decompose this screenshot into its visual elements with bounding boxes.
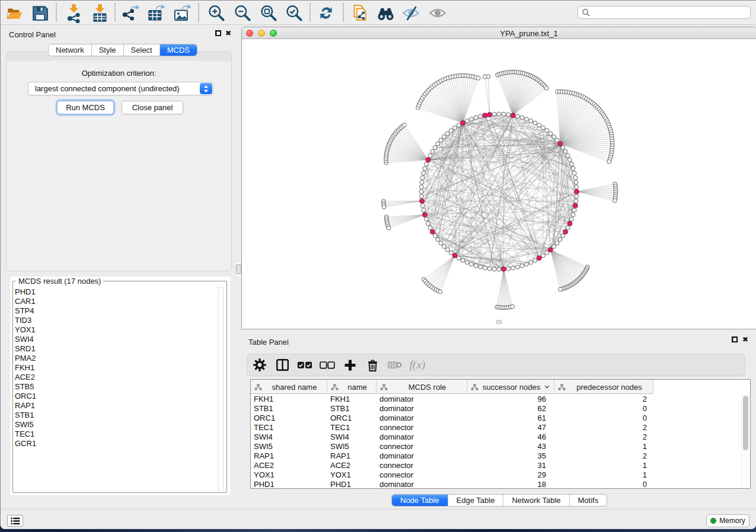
delete-table-button[interactable] bbox=[384, 356, 406, 374]
result-node[interactable]: ORC1 bbox=[14, 392, 217, 401]
main-toolbar bbox=[1, 1, 756, 25]
result-node[interactable]: PMA2 bbox=[14, 354, 217, 363]
cell-predecessor-nodes: 2 bbox=[554, 395, 647, 404]
cell-predecessor-nodes: 1 bbox=[554, 470, 647, 480]
mcds-result-list[interactable]: PHD1CAR1STP4TID3YOX1SWI4SRD1PMA2FKH1ACE2… bbox=[14, 287, 217, 491]
column-header-successor-nodes[interactable]: successor nodes bbox=[467, 380, 554, 394]
split-table-button[interactable] bbox=[271, 356, 294, 374]
find-button[interactable] bbox=[375, 3, 395, 23]
column-header-shared-name[interactable]: shared name bbox=[251, 380, 327, 394]
table-row[interactable]: TEC1TEC1connector472 bbox=[251, 423, 653, 432]
result-node[interactable]: ACE2 bbox=[14, 373, 217, 382]
clone-network-button[interactable] bbox=[350, 3, 370, 23]
close-panel-button[interactable]: Close panel bbox=[122, 101, 183, 114]
table-row[interactable]: YOX1YOX1connector291 bbox=[251, 470, 653, 480]
result-node[interactable]: STB1 bbox=[14, 411, 217, 420]
export-network-button[interactable] bbox=[120, 3, 141, 23]
add-column-button[interactable] bbox=[339, 356, 361, 374]
window-close-icon[interactable] bbox=[246, 30, 253, 37]
tab-network-table[interactable]: Network Table bbox=[503, 495, 569, 506]
zoom-fit-button[interactable] bbox=[258, 3, 278, 23]
cell-successor-nodes: 35 bbox=[467, 451, 546, 461]
horizontal-splitter-handle[interactable] bbox=[496, 320, 502, 324]
open-session-button[interactable] bbox=[5, 3, 25, 23]
table-row[interactable]: FKH1FKH1dominator962 bbox=[251, 395, 653, 404]
cell-shared-name: ORC1 bbox=[254, 414, 275, 423]
tab-edge-table[interactable]: Edge Table bbox=[448, 495, 504, 506]
attribute-icon bbox=[471, 384, 479, 390]
criterion-select[interactable]: largest connected component (undirected) bbox=[28, 82, 213, 95]
result-scrollbar[interactable] bbox=[218, 287, 224, 491]
result-node[interactable]: TEC1 bbox=[14, 430, 217, 439]
column-header-predecessor-nodes[interactable]: predecessor nodes bbox=[554, 380, 653, 394]
table-row[interactable]: STB1STB1dominator620 bbox=[251, 404, 653, 414]
cell-MCDS-role: dominator bbox=[379, 414, 414, 423]
show-all-button[interactable] bbox=[428, 3, 448, 23]
select-all-button[interactable] bbox=[294, 356, 316, 374]
zoom-out-button[interactable] bbox=[232, 3, 252, 23]
result-node[interactable]: CAR1 bbox=[14, 297, 217, 306]
close-panel-icon[interactable]: ✖ bbox=[225, 30, 231, 36]
splitter-handle[interactable] bbox=[236, 264, 241, 274]
column-header-name[interactable]: name bbox=[327, 380, 377, 394]
save-session-button[interactable] bbox=[30, 3, 50, 23]
table-row[interactable]: PHD1PHD1dominator180 bbox=[251, 480, 653, 489]
network-window-titlebar[interactable]: YPA_prune.txt_1 bbox=[242, 27, 756, 39]
result-node[interactable]: PHD1 bbox=[14, 287, 217, 297]
memory-button[interactable]: Memory bbox=[706, 514, 749, 527]
tab-motifs[interactable]: Motifs bbox=[570, 495, 607, 506]
table-scrollbar-thumb[interactable] bbox=[743, 396, 748, 450]
result-node[interactable]: GCR1 bbox=[14, 439, 217, 448]
result-node[interactable]: YOX1 bbox=[14, 325, 217, 335]
zoom-selected-button[interactable] bbox=[283, 3, 304, 23]
table-row[interactable]: SWI5SWI5connector431 bbox=[251, 442, 653, 451]
deselect-all-button[interactable] bbox=[316, 356, 339, 374]
tab-style[interactable]: Style bbox=[92, 44, 124, 56]
result-node[interactable]: TID3 bbox=[14, 316, 217, 325]
import-table-icon bbox=[91, 4, 109, 23]
window-minimize-icon[interactable] bbox=[258, 30, 265, 37]
table-row[interactable]: SWI4SWI4dominator462 bbox=[251, 432, 653, 442]
float-panel-icon[interactable] bbox=[215, 30, 221, 36]
tab-node-table[interactable]: Node Table bbox=[392, 495, 448, 506]
run-mcds-button[interactable]: Run MCDS bbox=[57, 101, 114, 114]
cell-successor-nodes: 29 bbox=[467, 470, 546, 480]
float-table-panel-icon[interactable] bbox=[732, 336, 738, 342]
delete-column-button[interactable] bbox=[361, 356, 384, 374]
result-node[interactable]: FKH1 bbox=[14, 363, 217, 373]
export-table-button[interactable] bbox=[146, 3, 166, 23]
tab-network[interactable]: Network bbox=[49, 44, 92, 56]
table-row[interactable]: ACE2ACE2connector311 bbox=[251, 461, 653, 470]
refresh-button[interactable] bbox=[316, 3, 336, 23]
column-header-MCDS-role[interactable]: MCDS role bbox=[377, 380, 467, 394]
search-input[interactable] bbox=[593, 8, 750, 17]
tab-select[interactable]: Select bbox=[124, 44, 160, 56]
cell-predecessor-nodes: 2 bbox=[554, 451, 647, 461]
close-table-panel-icon[interactable]: ✖ bbox=[742, 336, 748, 342]
function-builder-button[interactable]: f(x) bbox=[406, 356, 429, 374]
result-node[interactable]: SWI4 bbox=[14, 335, 217, 344]
table-row[interactable]: RAP1RAP1dominator352 bbox=[251, 451, 653, 461]
result-node[interactable]: SRD1 bbox=[14, 344, 217, 354]
zoom-in-button[interactable] bbox=[206, 3, 226, 23]
import-table-button[interactable] bbox=[90, 3, 110, 23]
result-node[interactable]: SWI5 bbox=[14, 420, 217, 430]
table-settings-button[interactable] bbox=[248, 356, 271, 374]
window-zoom-icon[interactable] bbox=[270, 30, 277, 37]
show-panels-button[interactable] bbox=[7, 515, 23, 527]
import-network-button[interactable] bbox=[63, 3, 84, 23]
network-canvas[interactable] bbox=[242, 40, 756, 329]
cell-shared-name: PHD1 bbox=[254, 480, 275, 489]
clone-network-icon bbox=[350, 4, 369, 23]
result-node[interactable]: STP4 bbox=[14, 306, 217, 316]
mcds-tab-content: Optimization criterion: largest connecte… bbox=[6, 52, 232, 271]
search-box[interactable] bbox=[578, 6, 751, 19]
result-node[interactable]: RAP1 bbox=[14, 401, 217, 411]
export-image-button[interactable] bbox=[172, 3, 192, 23]
vertical-splitter[interactable] bbox=[237, 25, 241, 509]
tab-mcds[interactable]: MCDS bbox=[160, 44, 197, 56]
hide-selected-button[interactable] bbox=[401, 3, 421, 23]
result-node[interactable]: STB5 bbox=[14, 382, 217, 392]
table-row[interactable]: ORC1ORC1dominator610 bbox=[251, 414, 653, 423]
table-scrollbar[interactable] bbox=[741, 395, 749, 488]
